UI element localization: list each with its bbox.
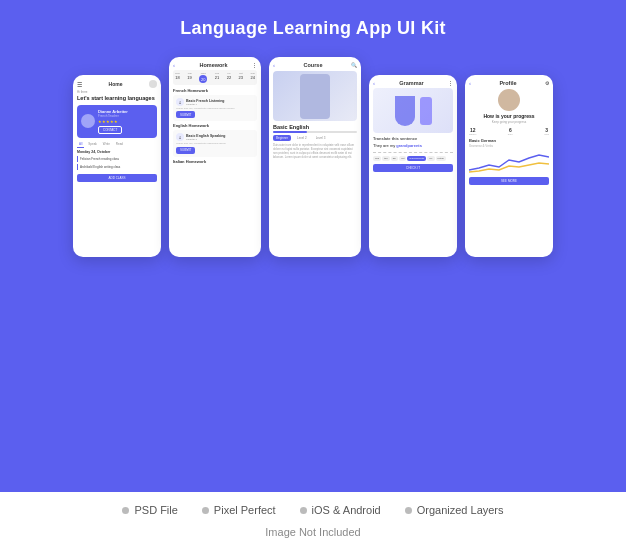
course-level-tabs: Beginner Level 2 Level 3	[273, 135, 357, 141]
class-item-text: Archibald English writing class	[80, 165, 120, 169]
word-option[interactable]: and	[373, 156, 381, 161]
feature-label: Pixel Perfect	[214, 504, 276, 516]
teacher-info: Dianne Arbetter French Teacher ★★★★★ CON…	[98, 109, 153, 134]
calendar-day: Thu21	[215, 72, 219, 83]
submit-button[interactable]: SUBMIT	[176, 147, 195, 154]
french-hw-title: French Homework	[173, 88, 257, 93]
progress-chart	[469, 150, 549, 175]
calendar-day-active: Wed20	[199, 72, 207, 83]
stat-item: 3 rank	[544, 127, 549, 136]
hw-item-desc: Grade duis dui, consectetur adipiscing i…	[176, 142, 254, 145]
feature-dot	[202, 507, 209, 514]
course-description: Duis aute irure dolor in reprehenderit i…	[273, 144, 357, 160]
english-hw-title: English Homework	[173, 123, 257, 128]
add-class-button[interactable]: ADD CLASS	[77, 174, 157, 182]
illustration-person	[420, 97, 432, 125]
course-name: Basic English	[273, 124, 357, 130]
tab-beginner[interactable]: Beginner	[273, 135, 291, 141]
search-icon[interactable]: 🔍	[351, 62, 357, 68]
phones-row: ☰ Home Hi there Let's start learning lan…	[73, 57, 553, 257]
menu-icon[interactable]: ⋮	[252, 62, 257, 68]
stat-label: weekly	[469, 133, 477, 136]
tab-reading[interactable]: Read	[114, 141, 125, 148]
feature-ios: iOS & Android	[300, 504, 381, 516]
top-section: Language Learning App UI Kit ☰ Home Hi t…	[0, 0, 626, 492]
teacher-stars: ★★★★★	[98, 119, 153, 124]
feature-label: iOS & Android	[312, 504, 381, 516]
tab-all-classes[interactable]: All	[77, 141, 84, 148]
stat-label: rank	[544, 133, 549, 136]
hw-icon: ♫	[176, 133, 184, 141]
settings-icon[interactable]: ⚙	[545, 80, 549, 86]
homework-title: Homework	[199, 62, 227, 68]
check-button[interactable]: CHECK IT	[373, 164, 453, 172]
phone-grammar: ‹ Grammar ⋮ Translate this sentence They…	[369, 75, 457, 257]
footer-note: Image Not Included	[265, 526, 360, 538]
teacher-role: French Teacher	[98, 114, 153, 118]
hamburger-icon: ☰	[77, 81, 82, 88]
profile-stats: 12 weekly 6 daily 3 rank	[469, 127, 549, 136]
profile-avatar	[498, 89, 520, 111]
profile-greeting: How is your progress	[469, 113, 549, 119]
course-progress-fill	[273, 131, 307, 133]
tab-level3[interactable]: Level 3	[313, 135, 329, 141]
teacher-card: Dianne Arbetter French Teacher ★★★★★ CON…	[77, 105, 157, 138]
more-icon[interactable]: ⋮	[448, 80, 453, 86]
calendar-row: Mon18 Tue19 Wed20 Thu21 Fri22 Sat23 Sun2…	[173, 70, 257, 85]
calendar-day: Tue19	[187, 72, 191, 83]
italian-hw-title: Italian Homework	[173, 159, 257, 164]
bottom-section: PSD File Pixel Perfect iOS & Android Org…	[0, 492, 626, 544]
feature-label: PSD File	[134, 504, 177, 516]
user-avatar	[149, 80, 157, 88]
word-option[interactable]: not	[399, 156, 406, 161]
feature-pixel: Pixel Perfect	[202, 504, 276, 516]
contact-button[interactable]: CONTACT	[98, 126, 122, 134]
tab-level2[interactable]: Level 2	[294, 135, 310, 141]
calendar-day: Sat23	[239, 72, 243, 83]
homework-item: ♫ Basic English Speaking Chapter 3 Grade…	[173, 130, 257, 156]
back-icon[interactable]: ‹	[273, 62, 275, 68]
home-screen: ☰ Home Hi there Let's start learning lan…	[73, 75, 161, 257]
submit-button[interactable]: SUBMIT	[176, 111, 195, 118]
phone-homework: ‹ Homework ⋮ Mon18 Tue19 Wed20 Thu21 Fri…	[169, 57, 261, 257]
word-option[interactable]: girl	[391, 156, 398, 161]
see-more-button[interactable]: SEE MORE	[469, 177, 549, 185]
profile-course-sub: Grammar & Verbs	[469, 144, 549, 148]
hw-item-desc: Grade duis dui, consectetur adipiscing i…	[176, 107, 254, 110]
word-option-selected[interactable]: grandparents	[407, 156, 426, 161]
course-person-image	[300, 74, 330, 119]
home-subtitle: Hi there	[77, 90, 157, 94]
tab-writing[interactable]: Write	[101, 141, 112, 148]
feature-dot	[122, 507, 129, 514]
hw-item-title: Basic French Listening	[186, 99, 225, 103]
course-image	[273, 71, 357, 121]
feature-label: Organized Layers	[417, 504, 504, 516]
word-option[interactable]: the	[382, 156, 389, 161]
word-option[interactable]: father	[436, 156, 446, 161]
class-item: Felician French reading class	[77, 156, 157, 162]
highlight-word: grandparents	[396, 143, 422, 148]
hw-item-sub: Chapter 3	[186, 138, 225, 141]
stat-item: 12 weekly	[469, 127, 477, 136]
stat-item: 6 daily	[508, 127, 513, 136]
tab-speaking[interactable]: Speak	[86, 141, 99, 148]
class-item-text: Felician French reading class	[80, 157, 119, 161]
page-title: Language Learning App UI Kit	[180, 18, 446, 39]
feature-dot	[300, 507, 307, 514]
word-option[interactable]: my	[427, 156, 434, 161]
back-icon[interactable]: ‹	[469, 80, 471, 86]
back-icon[interactable]: ‹	[373, 80, 375, 86]
profile-screen: ‹ Profile ⚙ How is your progress Keep go…	[465, 75, 553, 257]
feature-psd: PSD File	[122, 504, 177, 516]
divider	[373, 152, 453, 153]
phone-profile: ‹ Profile ⚙ How is your progress Keep go…	[465, 75, 553, 257]
feature-layers: Organized Layers	[405, 504, 504, 516]
course-screen: ‹ Course 🔍 Basic English Beginner Level …	[269, 57, 361, 257]
back-icon[interactable]: ‹	[173, 62, 175, 68]
illustration-shape	[395, 96, 415, 126]
calendar-day: Fri22	[227, 72, 231, 83]
word-options: and the girl not grandparents my father	[373, 156, 453, 161]
calendar-day: Sun24	[251, 72, 255, 83]
profile-course-name: Basic German	[469, 138, 549, 143]
feature-dot	[405, 507, 412, 514]
